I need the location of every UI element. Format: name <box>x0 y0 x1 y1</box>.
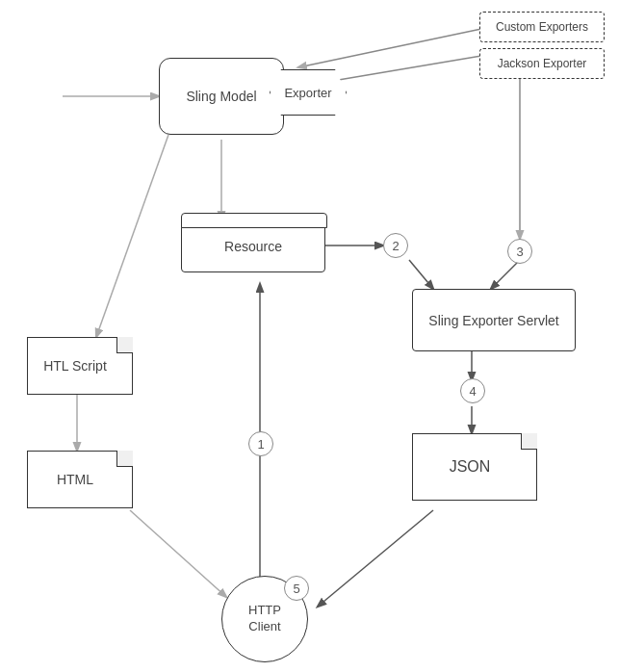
badge-5: 5 <box>284 576 309 601</box>
jackson-exporter-label: Jackson Exporter <box>498 57 587 70</box>
resource-node: Resource <box>181 220 325 272</box>
exporter-label: Exporter <box>284 86 331 100</box>
http-client-label: HTTP Client <box>248 603 281 635</box>
badge-1: 1 <box>248 431 273 456</box>
sling-model-node: Sling Model <box>159 58 284 135</box>
custom-exporters-label: Custom Exporters <box>496 20 588 34</box>
htl-script-label: HTL Script <box>43 358 107 374</box>
svg-line-12 <box>318 510 433 607</box>
custom-exporters-node: Custom Exporters <box>479 12 605 42</box>
diagram: Sling Model Exporter Custom Exporters Ja… <box>0 0 619 672</box>
resource-label: Resource <box>224 239 282 254</box>
svg-line-0 <box>298 29 481 67</box>
html-label: HTML <box>57 472 93 487</box>
svg-line-14 <box>96 135 168 337</box>
htl-script-node: HTL Script <box>27 337 133 395</box>
svg-line-6 <box>491 260 520 289</box>
sling-model-label: Sling Model <box>186 89 256 104</box>
sling-exporter-servlet-label: Sling Exporter Servlet <box>428 313 558 328</box>
exporter-node: Exporter <box>270 69 347 116</box>
svg-line-5 <box>409 260 433 289</box>
json-node: JSON <box>412 433 537 501</box>
json-label: JSON <box>450 458 491 476</box>
sling-exporter-servlet-node: Sling Exporter Servlet <box>412 289 576 351</box>
badge-2: 2 <box>383 233 408 258</box>
svg-line-11 <box>130 510 226 597</box>
html-node: HTML <box>27 451 133 508</box>
badge-4: 4 <box>460 378 485 403</box>
badge-3: 3 <box>507 239 532 264</box>
jackson-exporter-node: Jackson Exporter <box>479 48 605 79</box>
